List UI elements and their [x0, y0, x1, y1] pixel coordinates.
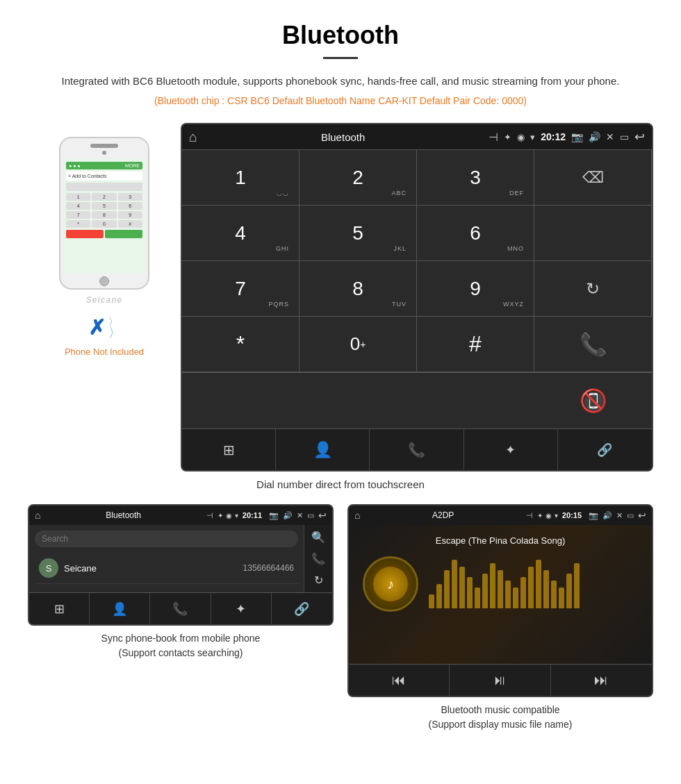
phonebook-search[interactable]: Search [35, 531, 298, 547]
dial-key-8[interactable]: 8TUV [300, 261, 417, 317]
dial-key-1[interactable]: 1◡◡ [182, 150, 300, 206]
phone-not-included-label: Phone Not Included [65, 347, 144, 357]
music-item: ⌂ A2DP ⊣ ✦ ◉ ▾ 20:15 📷 🔊 ✕ ▭ ↩ [347, 504, 653, 732]
pb-content-area: Search S Seicane 13566664466 🔍 📞 [29, 525, 332, 592]
music-bar [452, 560, 457, 608]
pb-usb-icon: ⊣ [206, 511, 213, 520]
volume-icon: 🔊 [589, 131, 600, 142]
dial-key-6[interactable]: 6MNO [417, 206, 534, 261]
music-vol-icon: 🔊 [602, 511, 612, 520]
toolbar-bluetooth-btn[interactable]: ✦ [464, 429, 558, 470]
dial-key-hash[interactable]: # [417, 317, 534, 372]
dial-key-0[interactable]: 0+ [300, 317, 417, 372]
dial-refresh[interactable]: ↻ [534, 261, 652, 317]
music-usb-icon: ⊣ [526, 511, 533, 520]
phone-side: ● ● ●MORE + Add to Contacts 1 2 3 4 5 6 … [28, 123, 181, 357]
music-home-icon[interactable]: ⌂ [354, 510, 360, 521]
dial-key-9[interactable]: 9WXYZ [417, 261, 534, 317]
music-album-area: ♪ [356, 556, 645, 612]
phonebook-screen: ⌂ Bluetooth ⊣ ✦ ◉ ▾ 20:11 📷 🔊 ✕ ▭ ↩ [28, 504, 334, 626]
music-caption: Bluetooth music compatible (Support disp… [429, 703, 573, 732]
bt-icon-row: ✗ 〉 〉 [88, 315, 121, 340]
dial-key-5[interactable]: 5JKL [300, 206, 417, 261]
music-title-bar: A2DP [364, 510, 521, 520]
music-bar [459, 567, 465, 608]
search-placeholder: Search [42, 534, 68, 544]
music-bar [467, 577, 473, 608]
music-song-title: Escape (The Pina Colada Song) [436, 535, 565, 546]
music-bar [528, 567, 534, 608]
location-icon: ◉ [517, 132, 525, 142]
pb-home-icon[interactable]: ⌂ [35, 510, 40, 521]
phone-add-contacts: + Add to Contacts [66, 172, 142, 181]
dial-car-screen: ⌂ Bluetooth ⊣ ✦ ◉ ▾ 20:12 📷 🔊 ✕ ▭ ↩ 1◡◡ … [181, 123, 653, 472]
pb-bt-icon: ✦ [218, 512, 223, 519]
pb-phone-btn[interactable]: 📞 [150, 593, 211, 624]
phone-keypad: 1 2 3 4 5 6 7 8 9 * 0 # [66, 193, 142, 228]
contact-row-seicane[interactable]: S Seicane 13566664466 [35, 553, 298, 584]
music-prev-btn[interactable]: ⏮ [349, 665, 450, 696]
pb-camera-icon: 📷 [269, 511, 279, 520]
dial-screen-title: Bluetooth [203, 131, 483, 143]
toolbar-dialpad-btn[interactable]: 📞 [370, 429, 463, 470]
phone-key-8: 8 [92, 211, 116, 219]
music-equalizer [429, 560, 638, 608]
dial-time: 20:12 [541, 131, 566, 142]
phonebook-item: ⌂ Bluetooth ⊣ ✦ ◉ ▾ 20:11 📷 🔊 ✕ ▭ ↩ [28, 504, 334, 732]
music-back-icon[interactable]: ↩ [638, 510, 646, 521]
pb-link-btn[interactable]: 🔗 [272, 593, 332, 624]
home-icon[interactable]: ⌂ [189, 129, 197, 145]
music-bar [559, 587, 564, 608]
dial-key-7[interactable]: 7PQRS [182, 261, 300, 317]
music-bar [505, 581, 511, 608]
album-art-inner: ♪ [373, 567, 408, 601]
phone-container: ● ● ●MORE + Add to Contacts 1 2 3 4 5 6 … [59, 137, 149, 305]
pb-wifi-icon: ▾ [235, 512, 238, 519]
music-next-btn[interactable]: ⏭ [551, 665, 652, 696]
music-bt-icon: ✦ [537, 512, 543, 519]
pb-back-icon[interactable]: ↩ [318, 510, 327, 521]
music-bar [536, 560, 541, 608]
seicane-watermark: Seicane [59, 295, 149, 305]
phone-key-star: * [66, 220, 90, 228]
toolbar-contacts-btn[interactable]: 👤 [276, 429, 370, 470]
music-bar [490, 563, 495, 608]
dial-backspace[interactable]: ⌫ [534, 150, 652, 206]
dial-endcall-button[interactable]: 📵 [534, 373, 652, 428]
dial-key-4[interactable]: 4GHI [182, 206, 300, 261]
pb-main-content: Search S Seicane 13566664466 [29, 525, 304, 592]
pb-grid-btn[interactable]: ⊞ [29, 593, 90, 624]
title-divider [323, 57, 358, 59]
wifi-icon: ▾ [530, 132, 535, 142]
music-playpause-btn[interactable]: ⏯ [450, 665, 550, 696]
pb-close-icon[interactable]: ✕ [297, 511, 303, 520]
toolbar-grid-btn[interactable]: ⊞ [182, 429, 276, 470]
dial-key-2[interactable]: 2ABC [300, 150, 417, 206]
pb-vol-icon: 🔊 [283, 511, 293, 520]
phone-key-5: 5 [92, 202, 116, 210]
pb-time: 20:11 [243, 511, 262, 519]
toolbar-link-btn[interactable]: 🔗 [558, 429, 652, 470]
music-bar [444, 570, 450, 608]
refresh-side-icon[interactable]: ↻ [314, 574, 323, 587]
page-container: Bluetooth Integrated with BC6 Bluetooth … [0, 0, 681, 760]
camera-icon: 📷 [571, 131, 583, 142]
phone-call-btn [105, 230, 142, 238]
pb-person-btn[interactable]: 👤 [90, 593, 150, 624]
pb-bt-btn[interactable]: ✦ [211, 593, 272, 624]
music-statusbar: ⌂ A2DP ⊣ ✦ ◉ ▾ 20:15 📷 🔊 ✕ ▭ ↩ [349, 506, 652, 525]
phone-key-9: 9 [118, 211, 142, 219]
phone-key-0: 0 [92, 220, 116, 228]
music-close-icon[interactable]: ✕ [616, 511, 623, 520]
contact-avatar-s: S [39, 558, 58, 578]
dial-key-star[interactable]: * [182, 317, 300, 372]
music-bar [520, 577, 526, 608]
dial-call-button[interactable]: 📞 [534, 317, 652, 372]
call-side-icon[interactable]: 📞 [311, 552, 325, 565]
dial-toolbar: ⊞ 👤 📞 ✦ 🔗 [182, 428, 652, 470]
back-icon[interactable]: ↩ [634, 129, 645, 144]
close-icon[interactable]: ✕ [606, 131, 614, 142]
search-side-icon[interactable]: 🔍 [311, 531, 325, 544]
main-section: ● ● ●MORE + Add to Contacts 1 2 3 4 5 6 … [28, 123, 653, 472]
dial-key-3[interactable]: 3DEF [417, 150, 534, 206]
